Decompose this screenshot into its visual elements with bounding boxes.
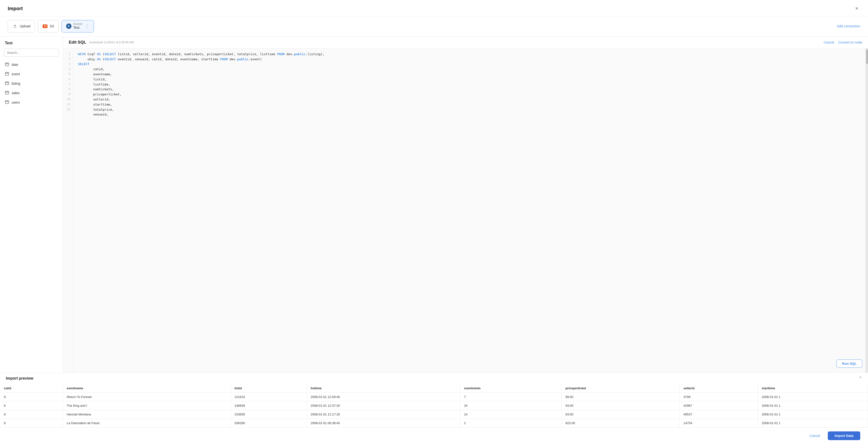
sidebar-item-sales[interactable]: sales bbox=[0, 88, 63, 98]
col-header-numtickets: numtickets bbox=[460, 384, 561, 393]
svg-rect-17 bbox=[5, 101, 9, 104]
cell-priceperticket-0: 99.00 bbox=[561, 393, 679, 402]
sidebar-item-date[interactable]: date bbox=[0, 60, 63, 69]
import-data-button[interactable]: Import Data bbox=[828, 432, 860, 440]
autosaved-text: Autosaved 11/18/21 at 8:30:45 AM bbox=[89, 41, 134, 44]
svg-rect-13 bbox=[5, 91, 9, 94]
cell-eventname-3: La Damnation de Faust bbox=[63, 419, 230, 427]
sidebar-label-users: users bbox=[11, 100, 20, 104]
cell-numtickets-3: 2 bbox=[460, 419, 561, 427]
kebab-menu-icon[interactable]: ⋮ bbox=[85, 24, 89, 29]
table-icon-listing bbox=[5, 81, 9, 86]
sidebar-item-event[interactable]: event bbox=[0, 69, 63, 79]
cell-catid-1: 6 bbox=[0, 402, 63, 410]
editor-toolbar-right: Cancel Convert to node bbox=[824, 40, 862, 44]
upload-tab-label: Upload bbox=[20, 24, 30, 28]
cell-numtickets-0: 7 bbox=[460, 393, 561, 402]
conn-tab-redshift[interactable]: R Redshift Test ⋮ bbox=[62, 20, 94, 32]
cell-starttime-2: 2008-01-01 1 bbox=[758, 410, 868, 419]
cell-sellerid-2: 49537 bbox=[679, 410, 758, 419]
modal-title: Import bbox=[8, 6, 23, 11]
convert-to-node-button[interactable]: Convert to node bbox=[838, 40, 862, 44]
col-header-starttime: starttime bbox=[758, 384, 868, 393]
cell-eventname-2: Hannah Montana bbox=[63, 410, 230, 419]
sidebar: Test date bbox=[0, 37, 63, 373]
svg-rect-9 bbox=[5, 82, 9, 85]
conn-tab-upload[interactable]: Upload bbox=[8, 20, 35, 32]
import-preview-section: Import preview ⌃ catid eventname listid … bbox=[0, 373, 868, 427]
col-header-catid: catid bbox=[0, 384, 63, 393]
conn-tab-s3[interactable]: S3 S3 bbox=[38, 20, 58, 32]
editor-area: Edit SQL Autosaved 11/18/21 at 8:30:45 A… bbox=[63, 37, 868, 373]
editor-scrollbar[interactable] bbox=[866, 49, 868, 373]
table-row: 9 Hannah Montana 153835 2008-01-01 11:17… bbox=[0, 410, 868, 419]
editor-toolbar-left: Edit SQL Autosaved 11/18/21 at 8:30:45 A… bbox=[69, 40, 134, 45]
editor-toolbar: Edit SQL Autosaved 11/18/21 at 8:30:45 A… bbox=[63, 37, 868, 49]
s3-icon: S3 bbox=[42, 24, 48, 29]
add-connection-button[interactable]: Add connection bbox=[837, 24, 860, 28]
collapse-icon[interactable]: ⌃ bbox=[859, 376, 862, 381]
cell-listtime-3: 2008-01-01 06:38:45 bbox=[307, 419, 460, 427]
table-header-row: catid eventname listid listtime numticke… bbox=[0, 384, 868, 393]
sidebar-label-listing: listing bbox=[11, 82, 20, 86]
col-header-listtime: listtime bbox=[307, 384, 460, 393]
table-icon-date bbox=[5, 62, 9, 67]
redshift-tab-subtitle: Redshift bbox=[73, 23, 82, 26]
col-header-sellerid: sellerid bbox=[679, 384, 758, 393]
cell-priceperticket-3: 823.00 bbox=[561, 419, 679, 427]
preview-table-wrap: catid eventname listid listtime numticke… bbox=[0, 384, 868, 427]
table-row: 8 La Damnation de Faust 206280 2008-01-0… bbox=[0, 419, 868, 427]
preview-table: catid eventname listid listtime numticke… bbox=[0, 384, 868, 427]
cell-listtime-1: 2008-01-01 12:37:20 bbox=[307, 402, 460, 410]
footer-cancel-button[interactable]: Cancel bbox=[805, 432, 825, 440]
connection-tabs: Upload S3 S3 R Redshift Test ⋮ bbox=[8, 20, 94, 32]
sidebar-label-date: date bbox=[11, 63, 18, 67]
scrollbar-thumb bbox=[866, 50, 868, 64]
s3-tab-label: S3 bbox=[50, 24, 54, 28]
redshift-icon: R bbox=[66, 24, 71, 29]
cell-listtime-2: 2008-01-01 11:17:16 bbox=[307, 410, 460, 419]
sidebar-item-listing[interactable]: listing bbox=[0, 79, 63, 88]
table-icon-event bbox=[5, 72, 9, 77]
cell-listid-1: 146839 bbox=[230, 402, 307, 410]
sidebar-label-sales: sales bbox=[11, 91, 20, 95]
table-icon-sales bbox=[5, 91, 9, 96]
sidebar-table-list: date event bbox=[0, 60, 63, 107]
cell-priceperticket-1: 93.00 bbox=[561, 402, 679, 410]
run-sql-button[interactable]: Run SQL bbox=[837, 359, 862, 368]
cell-eventname-0: Return To Forever bbox=[63, 393, 230, 402]
sql-code-content[interactable]: WITH Ccq7 AS (SELECT listid, sellerid, e… bbox=[73, 49, 866, 373]
close-button[interactable]: × bbox=[853, 5, 860, 12]
cell-listid-0: 121610 bbox=[230, 393, 307, 402]
code-editor[interactable]: 12345 678910 1112 WITH Ccq7 AS (SELECT l… bbox=[63, 49, 868, 373]
cell-eventname-1: The King and I bbox=[63, 402, 230, 410]
cell-sellerid-0: 3709 bbox=[679, 393, 758, 402]
cell-starttime-0: 2008-01-01 1 bbox=[758, 393, 868, 402]
editor-cancel-button[interactable]: Cancel bbox=[824, 40, 834, 44]
cell-sellerid-3: 14754 bbox=[679, 419, 758, 427]
svg-rect-5 bbox=[5, 72, 9, 75]
run-sql-wrap: Run SQL bbox=[837, 359, 862, 368]
search-input[interactable] bbox=[4, 49, 59, 57]
cell-priceperticket-2: 63.00 bbox=[561, 410, 679, 419]
cell-numtickets-2: 14 bbox=[460, 410, 561, 419]
col-header-eventname: eventname bbox=[63, 384, 230, 393]
cell-catid-3: 8 bbox=[0, 419, 63, 427]
cell-listtime-0: 2008-01-01 12:09:40 bbox=[307, 393, 460, 402]
cell-catid-0: 9 bbox=[0, 393, 63, 402]
import-preview-title: Import preview bbox=[6, 376, 33, 381]
sidebar-item-users[interactable]: users bbox=[0, 98, 63, 107]
cell-sellerid-1: 42967 bbox=[679, 402, 758, 410]
cell-starttime-1: 2008-01-01 1 bbox=[758, 402, 868, 410]
editor-title: Edit SQL bbox=[69, 40, 86, 45]
upload-icon bbox=[12, 24, 18, 29]
table-icon-users bbox=[5, 100, 9, 105]
sidebar-title: Test bbox=[0, 41, 63, 49]
col-header-priceperticket: priceperticket bbox=[561, 384, 679, 393]
col-header-listid: listid bbox=[230, 384, 307, 393]
cell-catid-2: 9 bbox=[0, 410, 63, 419]
import-preview-header: Import preview ⌃ bbox=[0, 373, 868, 384]
connection-bar: Upload S3 S3 R Redshift Test ⋮ A bbox=[0, 16, 868, 36]
sidebar-label-event: event bbox=[11, 72, 20, 76]
cell-listid-2: 153835 bbox=[230, 410, 307, 419]
